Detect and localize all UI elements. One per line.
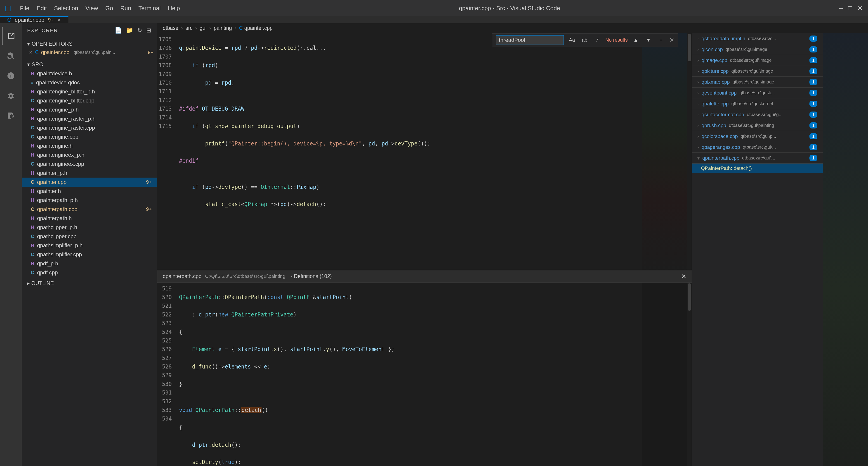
file-qpaintengine-raster-ph[interactable]: H qpaintengine_raster_p.h xyxy=(22,114,157,123)
activity-git-icon[interactable] xyxy=(2,67,20,85)
new-file-icon[interactable]: 📄 xyxy=(115,27,122,34)
file-qpainter-h[interactable]: H qpainter.h xyxy=(22,186,157,196)
find-input[interactable] xyxy=(496,35,564,45)
find-close-button[interactable]: ✕ xyxy=(669,37,674,43)
chevron-right-icon: › xyxy=(698,101,699,106)
file-qpaintengine-ph[interactable]: H qpaintengine_p.h xyxy=(22,105,157,114)
file-qpathclipper-ph[interactable]: H qpathclipper_p.h xyxy=(22,223,157,232)
def-qicon[interactable]: › qicon.cpp qtbase\src\gui\image 1 xyxy=(692,44,823,55)
filename: qpaintengine_raster_p.h xyxy=(37,116,96,122)
open-editor-qpainter[interactable]: ✕ C qpainter.cpp qtbase\src\gui\pain... … xyxy=(22,49,157,56)
menu-go[interactable]: Go xyxy=(105,5,113,12)
file-qpaintengine-blitter-cpp[interactable]: C qpaintengine_blitter.cpp xyxy=(22,96,157,105)
file-c-icon: C xyxy=(31,206,34,212)
chevron-down-icon: ▾ xyxy=(698,155,700,161)
file-c-icon: C xyxy=(31,134,34,140)
close-button[interactable]: ✕ xyxy=(857,4,863,12)
chevron-right-icon: › xyxy=(698,47,699,52)
def-qsurfaceformat[interactable]: › qsurfaceformat.cpp qtbase\src\gui\g...… xyxy=(692,109,823,120)
maximize-button[interactable]: □ xyxy=(848,4,852,12)
collapse-icon[interactable]: ⊟ xyxy=(146,27,152,34)
activity-search-icon[interactable] xyxy=(2,47,20,65)
outline-section[interactable]: ▸ OUTLINE xyxy=(22,279,157,288)
file-qpaintengine-raster-cpp[interactable]: C qpaintengine_raster.cpp xyxy=(22,123,157,132)
chevron-right-icon: › xyxy=(698,134,699,139)
file-qpaintengine-h[interactable]: H qpaintengine.h xyxy=(22,141,157,150)
whole-word-button[interactable]: ab xyxy=(580,36,589,44)
file-qpainterpath-cpp[interactable]: C qpainterpath.cpp 9+ xyxy=(22,205,157,214)
def-path: qtbase\src\gui\g... xyxy=(747,112,782,117)
tab-close-button[interactable]: ✕ xyxy=(57,17,61,23)
def-qpixmap[interactable]: › qpixmap.cpp qtbase\src\gui\image 1 xyxy=(692,77,823,88)
find-list-button[interactable]: ≡ xyxy=(657,36,666,44)
menu-terminal[interactable]: Terminal xyxy=(138,5,160,12)
close-icon[interactable]: ✕ xyxy=(29,50,33,55)
file-qpainter-cpp[interactable]: C qpainter.cpp 9+ xyxy=(22,178,157,186)
chevron-right-icon: ▸ xyxy=(27,280,30,286)
new-folder-icon[interactable]: 📁 xyxy=(126,27,133,34)
filename: qpathsimplifier.cpp xyxy=(37,251,82,258)
file-qpainterpath-ph[interactable]: H qpainterpath_p.h xyxy=(22,196,157,205)
scrollbar-top[interactable] xyxy=(687,33,692,270)
menu-edit[interactable]: Edit xyxy=(37,5,47,12)
title-bar: □ File Edit Selection View Go Run Termin… xyxy=(0,0,868,16)
breadcrumb-part-painting[interactable]: painting xyxy=(214,25,232,31)
panel-path: C:\Qt\6.5.0\Src\qtbase\src\gui\painting xyxy=(205,273,285,279)
def-qpalette[interactable]: › qpalette.cpp qtbase\src\gui\kernel 1 xyxy=(692,98,823,109)
filename: qpathsimplifier_p.h xyxy=(37,242,83,249)
src-title[interactable]: ▾ SRC xyxy=(22,60,157,69)
breadcrumb-part-src[interactable]: src xyxy=(186,25,193,31)
file-qpdf-ph[interactable]: H qpdf_p.h xyxy=(22,259,157,268)
def-qpicture[interactable]: › qpicture.cpp qtbase\src\gui\image 1 xyxy=(692,66,823,77)
menu-help[interactable]: Help xyxy=(168,5,180,12)
file-qpathsimplifier-ph[interactable]: H qpathsimplifier_p.h xyxy=(22,241,157,250)
refresh-icon[interactable]: ↻ xyxy=(137,27,143,34)
file-qpaintengineex-ph[interactable]: H qpaintengineex_p.h xyxy=(22,150,157,159)
activity-extensions-icon[interactable] xyxy=(2,107,20,125)
activity-debug-icon[interactable] xyxy=(2,87,20,105)
def-detach-method[interactable]: QPainterPath::detach() xyxy=(692,164,823,173)
find-next-button[interactable]: ▼ xyxy=(644,36,653,44)
menu-view[interactable]: View xyxy=(86,5,98,12)
code-editor: Aa ab .* No results ▲ ▼ ≡ ✕ 1705 1706 xyxy=(157,33,692,466)
activity-explorer-icon[interactable] xyxy=(2,27,20,45)
find-prev-button[interactable]: ▲ xyxy=(631,36,640,44)
match-case-button[interactable]: Aa xyxy=(567,36,577,44)
file-qpaintdevice-qdoc[interactable]: ≡ qpaintdevice.qdoc xyxy=(22,78,157,87)
file-qpaintengine-blitter-ph[interactable]: H qpaintengine_blitter_p.h xyxy=(22,87,157,96)
file-qpathclipper-cpp[interactable]: C qpathclipper.cpp xyxy=(22,232,157,241)
sidebar-header: EXPLORER 📄 📁 ↻ ⊟ xyxy=(22,23,157,37)
file-qpainterpath-h[interactable]: H qpainterpath.h xyxy=(22,214,157,223)
def-qimage[interactable]: › qimage.cpp qtbase\src\gui\image 1 xyxy=(692,55,823,66)
panel-close-button[interactable]: ✕ xyxy=(681,272,686,280)
code-content-bottom[interactable]: QPainterPath::QPainterPath(const QPointF… xyxy=(176,283,642,466)
def-qeventpoint[interactable]: › qeventpoint.cpp qtbase\src\gui\k... 1 xyxy=(692,88,823,98)
minimize-button[interactable]: – xyxy=(839,4,843,12)
code-content-top[interactable]: q.paintDevice = rpd ? pd->redirected(r.c… xyxy=(176,33,642,270)
filename: qpathclipper.cpp xyxy=(37,233,76,239)
open-editors-title[interactable]: ▾ OPEN EDITORS xyxy=(22,39,157,49)
def-qshareddata[interactable]: › qshareddata_impl.h qtbase\src\c... 1 xyxy=(692,33,823,44)
breadcrumb-part-file[interactable]: C qpainter.cpp xyxy=(239,25,273,31)
breadcrumb-part-gui[interactable]: gui xyxy=(199,25,207,31)
file-qpaintengineex-cpp[interactable]: C qpaintengineex.cpp xyxy=(22,159,157,169)
def-qpainterpath-expanded[interactable]: ▾ qpainterpath.cpp qtbase\src\gui\... 1 xyxy=(692,153,823,164)
tab-qpainter[interactable]: C qpainter.cpp 9+ ✕ xyxy=(0,16,68,23)
breadcrumb-part-qtbase[interactable]: qtbase xyxy=(163,25,178,31)
file-qpainter-ph[interactable]: H qpainter_p.h xyxy=(22,169,157,178)
def-path: qtbase\src\gui\... xyxy=(743,145,776,150)
menu-run[interactable]: Run xyxy=(120,5,131,12)
menu-selection[interactable]: Selection xyxy=(54,5,78,12)
file-qpaintdevice-h[interactable]: H qpaintdevice.h xyxy=(22,69,157,78)
scrollbar-bottom[interactable] xyxy=(687,283,692,466)
def-qcolorspace[interactable]: › qcolorspace.cpp qtbase\src\gui\p... 1 xyxy=(692,131,823,142)
file-qpaintengine-cpp[interactable]: C qpaintengine.cpp xyxy=(22,132,157,141)
regex-button[interactable]: .* xyxy=(593,36,602,44)
def-qbrush[interactable]: › qbrush.cpp qtbase\src\gui\painting 1 xyxy=(692,120,823,131)
menu-file[interactable]: File xyxy=(20,5,29,12)
tab-badge: 9+ xyxy=(48,17,54,23)
file-qpathsimplifier-cpp[interactable]: C qpathsimplifier.cpp xyxy=(22,250,157,259)
def-qpageranges[interactable]: › qpageranges.cpp qtbase\src\gui\... 1 xyxy=(692,142,823,153)
file-qpdf-cpp[interactable]: C qpdf.cpp xyxy=(22,268,157,277)
filename: qpainterpath.cpp xyxy=(37,206,78,212)
